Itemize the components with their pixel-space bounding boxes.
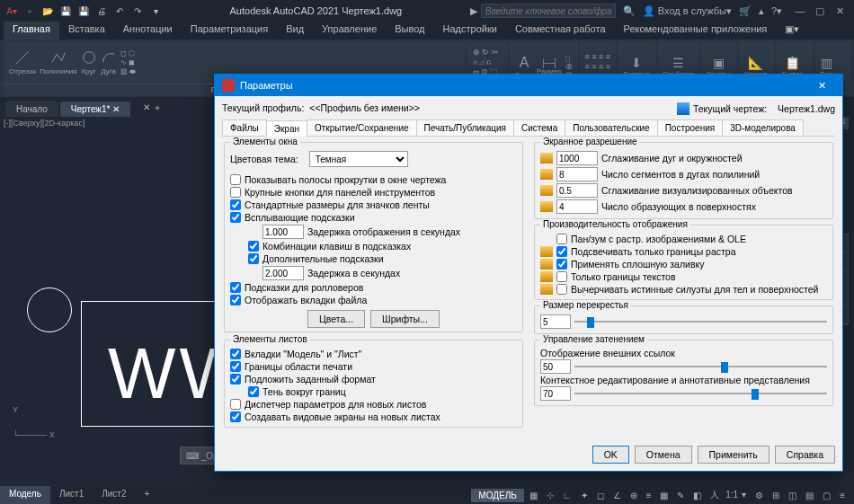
ribbon-tab-manage[interactable]: Управление	[313, 22, 386, 40]
status-dyn-icon[interactable]: ⊕	[627, 489, 641, 502]
ribbon-tab-addins[interactable]: Надстройки	[434, 22, 506, 40]
share-icon[interactable]: ▶	[470, 5, 477, 17]
arc-button[interactable]: Дуга	[101, 49, 117, 75]
crosshair-size-input[interactable]	[540, 314, 571, 329]
ok-button[interactable]: OK	[592, 446, 629, 464]
surface-contour-input[interactable]	[556, 199, 598, 214]
status-polar-icon[interactable]: ✦	[577, 489, 592, 502]
status-ortho-icon[interactable]: ∟	[559, 489, 575, 502]
status-otrack-icon[interactable]: ∠	[609, 489, 625, 502]
help-search-input[interactable]	[481, 4, 616, 18]
apply-button[interactable]: Применить	[698, 446, 769, 464]
tab-drafting[interactable]: Построения	[657, 119, 724, 136]
close-button[interactable]: ✕	[831, 5, 849, 17]
cb-true-silhouette[interactable]	[556, 284, 567, 295]
sheet-tab-model[interactable]: Модель	[0, 486, 50, 504]
polyline-button[interactable]: Полилиния	[40, 49, 77, 75]
colors-button[interactable]: Цвета...	[307, 310, 365, 328]
redo-icon[interactable]: ↷	[131, 4, 144, 17]
status-qp-icon[interactable]: ✎	[673, 489, 688, 502]
status-hw-icon[interactable]: ▤	[802, 489, 817, 502]
maximize-button[interactable]: ▢	[811, 5, 829, 17]
status-model-button[interactable]: МОДЕЛЬ	[471, 489, 523, 502]
help-icon[interactable]: ?▾	[771, 5, 782, 17]
crosshair-slider[interactable]	[574, 315, 827, 328]
cb-ribbon-icons[interactable]	[230, 199, 241, 210]
ribbon-tab-more[interactable]: ▣▾	[776, 22, 808, 40]
refedit-fade-slider[interactable]	[574, 387, 827, 400]
tab-3d[interactable]: 3D-моделирова	[722, 119, 804, 136]
viewport-label[interactable]: [-][Сверху][2D-каркас]	[4, 119, 85, 128]
open-icon[interactable]: 📂	[41, 4, 54, 17]
doctab-drawing1[interactable]: Чертеж1* ✕	[60, 102, 130, 117]
status-sc-icon[interactable]: ◧	[689, 489, 705, 502]
cb-paper-shadow[interactable]	[248, 386, 259, 397]
ribbon-tab-home[interactable]: Главная	[4, 22, 59, 40]
dialog-titlebar[interactable]: Параметры ✕	[215, 75, 842, 96]
app-menu-icon[interactable]: A▾	[5, 4, 18, 17]
cb-large-buttons[interactable]	[230, 187, 241, 198]
arc-smooth-input[interactable]	[556, 151, 598, 165]
ribbon-tab-parametric[interactable]: Параметризация	[182, 22, 277, 40]
signin-button[interactable]: 👤 Вход в службы▾	[643, 5, 732, 17]
tab-open-save[interactable]: Открытие/Сохранение	[307, 119, 417, 136]
status-ws-icon[interactable]: ⊞	[769, 489, 783, 502]
cb-page-setup-mgr[interactable]	[230, 399, 241, 410]
xref-fade-slider[interactable]	[574, 360, 827, 373]
cb-shortcut-keys[interactable]	[248, 241, 259, 252]
status-iso-icon[interactable]: ◫	[785, 489, 800, 502]
cb-scrollbars[interactable]	[230, 174, 241, 185]
ext-tooltip-delay-input[interactable]	[262, 266, 304, 280]
ribbon-tab-output[interactable]: Вывод	[386, 22, 433, 40]
dialog-close-button[interactable]: ✕	[808, 80, 835, 92]
color-theme-select[interactable]: Темная	[309, 151, 408, 167]
draw-more-icon[interactable]: ◻ ⬡∿ ◼▧ ⬬	[120, 49, 136, 76]
doctab-start[interactable]: Начало	[5, 102, 58, 117]
sheet-tab-add[interactable]: +	[136, 486, 159, 504]
fonts-button[interactable]: Шрифты...	[370, 310, 440, 328]
tab-user[interactable]: Пользовательские	[565, 119, 657, 136]
saveas-icon[interactable]: 💾	[77, 4, 90, 17]
sheet-tab-layout2[interactable]: Лист2	[93, 486, 135, 504]
cb-text-boundary[interactable]	[556, 271, 567, 282]
status-lwt-icon[interactable]: ≡	[643, 489, 655, 502]
cb-ext-tooltips[interactable]	[248, 253, 259, 264]
sheet-tab-layout1[interactable]: Лист1	[50, 486, 93, 504]
status-trans-icon[interactable]: ▦	[656, 489, 672, 502]
app-store-icon[interactable]: 🛒	[739, 5, 752, 17]
tab-files[interactable]: Файлы	[222, 119, 267, 136]
ribbon-tab-collab[interactable]: Совместная работа	[506, 22, 615, 40]
cb-rollover[interactable]	[230, 282, 241, 293]
new-icon[interactable]: ▫	[23, 4, 36, 17]
cb-tooltips[interactable]	[230, 212, 241, 223]
a360-icon[interactable]: ▴	[759, 5, 764, 17]
cb-paper-bg[interactable]	[230, 374, 241, 385]
status-custom-icon[interactable]: ≡	[836, 489, 849, 502]
cb-panzoom-raster[interactable]	[556, 234, 567, 244]
tab-display[interactable]: Экран	[266, 120, 307, 137]
cb-file-tabs[interactable]	[230, 295, 241, 305]
status-grid-icon[interactable]: ▦	[526, 489, 541, 502]
help-button[interactable]: Справка	[775, 446, 835, 464]
cb-layout-tabs[interactable]	[230, 349, 241, 359]
status-annoscale-icon[interactable]: 人 1:1▾	[707, 487, 750, 503]
render-smooth-input[interactable]	[556, 183, 598, 198]
qat-more-icon[interactable]: ▾	[149, 4, 162, 17]
cb-solid-fill[interactable]	[556, 259, 567, 270]
status-clean-icon[interactable]: ▢	[819, 489, 834, 502]
refedit-fade-input[interactable]	[540, 386, 571, 401]
cancel-button[interactable]: Отмена	[635, 446, 692, 464]
tab-plot[interactable]: Печать/Публикация	[416, 119, 514, 136]
ribbon-tab-annotate[interactable]: Аннотации	[114, 22, 182, 40]
xref-fade-input[interactable]	[540, 359, 571, 374]
search-icon[interactable]: 🔍	[623, 5, 636, 17]
doctab-new[interactable]: ✕ ＋	[132, 99, 173, 117]
ribbon-tab-insert[interactable]: Вставка	[59, 22, 114, 40]
status-snap-icon[interactable]: ⊹	[543, 489, 557, 502]
cb-create-viewport[interactable]	[230, 411, 241, 422]
tooltip-delay-input[interactable]	[262, 225, 304, 239]
plot-icon[interactable]: 🖨	[95, 4, 108, 17]
cb-highlight-raster[interactable]	[556, 246, 567, 257]
save-icon[interactable]: 💾	[59, 4, 72, 17]
tab-system[interactable]: Система	[513, 119, 565, 136]
